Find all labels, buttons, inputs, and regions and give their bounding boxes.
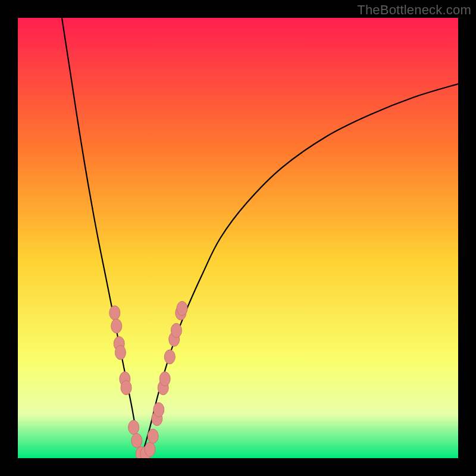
data-marker: [121, 381, 131, 395]
data-marker: [159, 372, 170, 386]
data-marker: [164, 350, 175, 364]
chart-stage: TheBottleneck.com: [0, 0, 476, 476]
chart-background: [18, 18, 458, 458]
data-marker: [115, 345, 126, 359]
data-marker: [131, 433, 142, 447]
data-marker: [109, 306, 120, 320]
data-marker: [145, 442, 155, 456]
data-marker: [171, 323, 181, 337]
data-marker: [177, 301, 187, 315]
data-marker: [148, 429, 158, 443]
plot-area: [18, 18, 458, 458]
data-marker: [154, 403, 164, 417]
data-marker: [111, 319, 122, 333]
chart-svg: [18, 18, 458, 458]
attribution-label: TheBottleneck.com: [357, 2, 471, 18]
data-marker: [129, 420, 139, 434]
